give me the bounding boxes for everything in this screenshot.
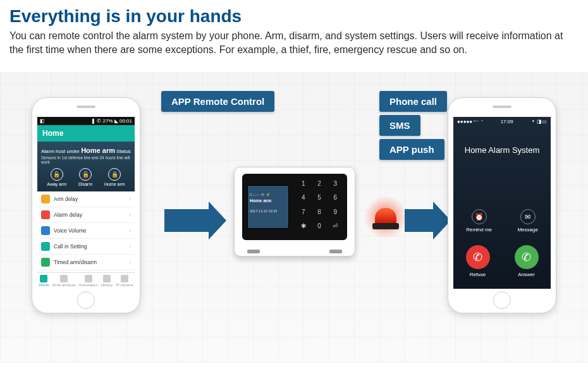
menu-icon	[41, 258, 50, 267]
badge-sms: SMS	[379, 115, 420, 136]
keypad-key[interactable]: 5	[312, 194, 326, 205]
arm-mode-item[interactable]: 🔓Disarm	[78, 168, 92, 186]
badge-phone-call: Phone call	[379, 91, 447, 112]
chevron-right-icon: ›	[129, 259, 131, 265]
panel-keypad: 123456789✱0⏎	[291, 174, 347, 240]
status-bar: ◧ ❚ ✆ 27% ◣ 00:01	[37, 117, 135, 125]
menu-icon	[41, 210, 50, 219]
siren-icon	[370, 202, 401, 233]
menu-item[interactable]: Arm delay›	[37, 191, 135, 207]
phone-incoming-call: ●●●●● ⬳ ⌃ 17:09 ⚬ ◨▭ Home Alarm System ⏰…	[448, 97, 556, 313]
nav-icon	[121, 275, 128, 282]
phone-hangup-icon: ✆	[466, 245, 490, 269]
menu-item[interactable]: Timed arm/disarm›	[37, 255, 135, 270]
nav-icon	[85, 275, 92, 282]
keypad-key[interactable]: 3	[329, 180, 342, 191]
keypad-key[interactable]: 6	[329, 194, 342, 205]
nav-icon	[60, 275, 68, 282]
keypad-key[interactable]: 9	[329, 209, 342, 220]
alarm-panel: ≡ ⌂ ⋯ ✉ ⚡ Home arm 2017-11-10 19:25 1234…	[234, 167, 355, 257]
panel-display: ≡ ⌂ ⋯ ✉ ⚡ Home arm 2017-11-10 19:25	[247, 185, 289, 229]
nav-item[interactable]: Home	[39, 275, 49, 287]
keypad-key[interactable]: 4	[297, 194, 310, 205]
nav-icon	[103, 275, 111, 282]
nav-item[interactable]: IP camera	[116, 275, 133, 287]
answer-button[interactable]: ✆ Answer	[515, 245, 539, 277]
menu-icon	[41, 226, 50, 235]
arrow-icon	[164, 202, 226, 239]
keypad-key[interactable]: 7	[297, 209, 310, 220]
arm-mode-item[interactable]: 🔒Home arm	[104, 168, 125, 186]
arm-status-banner: Alarm host under Home arm Status Sensors…	[37, 142, 135, 191]
page-description: You can remote control the alarm system …	[9, 29, 579, 56]
chevron-right-icon: ›	[129, 212, 131, 218]
call-option[interactable]: ✉Message	[517, 209, 537, 233]
lock-icon: 🔓	[51, 168, 63, 181]
keypad-key[interactable]: ⏎	[329, 222, 342, 234]
keypad-key[interactable]: 8	[312, 209, 326, 220]
bottom-nav: HomeZone attributeAutomationHistoryIP ca…	[37, 272, 135, 289]
diagram-stage: APP Remote Control Phone call SMS APP pu…	[0, 72, 588, 363]
caller-name: Home Alarm System	[453, 145, 551, 155]
refuse-button[interactable]: ✆ Refuse	[466, 245, 490, 277]
call-option[interactable]: ⏰Remind me	[466, 209, 492, 233]
home-button-icon	[493, 291, 511, 309]
nav-item[interactable]: Zone attribute	[52, 275, 75, 287]
app-header: Home	[37, 125, 135, 142]
keypad-key[interactable]: ✱	[297, 222, 310, 234]
lock-icon: 🔒	[108, 168, 121, 181]
arm-mode-item[interactable]: 🔓Away arm	[47, 168, 66, 186]
chevron-right-icon: ›	[129, 243, 131, 250]
badge-remote-control: APP Remote Control	[161, 91, 274, 112]
message-icon: ✉	[520, 209, 536, 224]
chevron-right-icon: ›	[129, 196, 131, 202]
chevron-right-icon: ›	[129, 227, 131, 234]
menu-item[interactable]: Voice Volume›	[37, 223, 135, 239]
menu-icon	[41, 195, 50, 203]
remind me-icon: ⏰	[472, 209, 487, 224]
phone-answer-icon: ✆	[515, 245, 539, 269]
lock-icon: 🔓	[79, 168, 92, 181]
status-bar: ●●●●● ⬳ ⌃ 17:09 ⚬ ◨▭	[453, 117, 551, 126]
nav-item[interactable]: History	[101, 275, 113, 287]
nav-icon	[40, 275, 47, 282]
nav-item[interactable]: Automation	[78, 275, 97, 287]
menu-item[interactable]: Call in Setting›	[37, 239, 135, 255]
badge-app-push: APP push	[379, 139, 444, 160]
home-button-icon	[77, 291, 95, 309]
menu-icon	[41, 242, 50, 251]
keypad-key[interactable]: 0	[312, 222, 326, 234]
arrow-icon	[405, 202, 451, 239]
keypad-key[interactable]: 1	[297, 180, 310, 191]
menu-item[interactable]: Alarm delay›	[37, 207, 135, 223]
phone-app: ◧ ❚ ✆ 27% ◣ 00:01 Home Alarm host under …	[32, 97, 140, 313]
page-title: Everything is in your hands	[9, 6, 579, 27]
keypad-key[interactable]: 2	[312, 180, 326, 191]
